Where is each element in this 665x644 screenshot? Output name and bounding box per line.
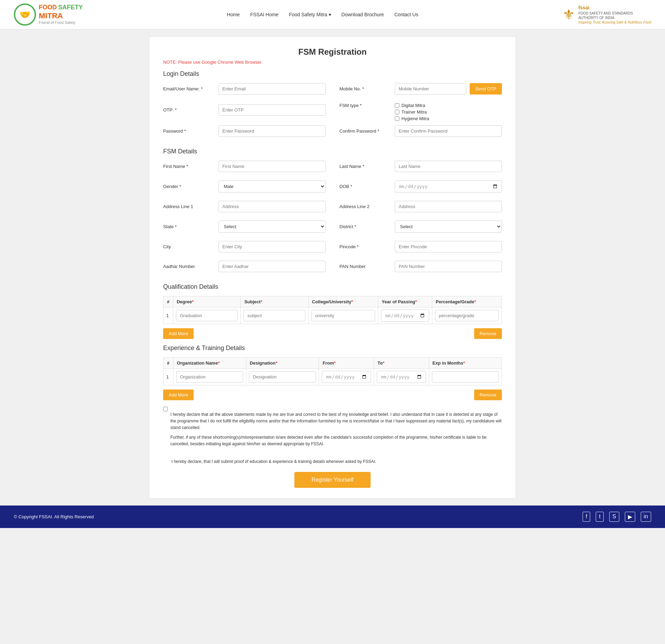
qual-degree-input[interactable] — [176, 310, 238, 321]
logo-circle: 🤝 — [14, 3, 36, 26]
mobile-input[interactable] — [395, 83, 466, 95]
email-input[interactable] — [219, 83, 326, 95]
register-button[interactable]: Register Yourself — [294, 472, 371, 488]
fssai-emblem-icon: ⚜ — [562, 7, 575, 23]
exp-col-designation: Designation* — [246, 358, 319, 369]
aadhar-label: Aadhar Number — [163, 264, 215, 269]
aadhar-input[interactable] — [219, 261, 326, 272]
social-facebook-icon[interactable]: f — [583, 512, 590, 522]
fsm-type-trainer[interactable]: Trainer Mitra — [395, 109, 502, 115]
pan-input[interactable] — [395, 261, 502, 272]
exp-org-input[interactable] — [176, 371, 243, 383]
address1-label: Address Line 1 — [163, 204, 215, 209]
otp-input[interactable] — [219, 104, 326, 116]
fsm-type-label: FSM type * — [339, 103, 391, 108]
qual-add-more-button[interactable]: Add More — [163, 328, 194, 339]
pincode-input[interactable] — [395, 241, 502, 252]
exp-remove-button[interactable]: Remove — [474, 390, 502, 400]
logo-area: 🤝 FOOD SAFETY MITRA Friend of Food Safet… — [14, 3, 83, 26]
otp-label: OTP: * — [163, 107, 215, 113]
qual-header-row: # Degree* Subject* College/University* Y… — [163, 296, 502, 307]
last-name-row: Last Name * — [339, 161, 502, 172]
address2-input[interactable] — [395, 201, 502, 212]
section-qualification: Qualification Details — [163, 283, 502, 290]
qual-year-cell — [378, 307, 432, 324]
district-select[interactable]: Select — [395, 221, 502, 233]
declaration-para3: I hereby declare, that I will submit pro… — [171, 458, 502, 465]
nav-fssai-home[interactable]: FSSAI Home — [250, 12, 278, 17]
confirm-password-input[interactable] — [395, 125, 502, 137]
fsm-digital-checkbox[interactable] — [395, 103, 399, 108]
first-name-row: First Name * — [163, 161, 326, 172]
fsm-hygiene-checkbox[interactable] — [395, 116, 399, 121]
qual-grade-input[interactable] — [435, 310, 499, 321]
nav-download-brochure[interactable]: Download Brochure — [342, 12, 384, 17]
exp-to-input[interactable] — [377, 371, 426, 383]
qual-remove-button[interactable]: Remove — [474, 328, 502, 339]
state-select[interactable]: Select — [219, 221, 326, 233]
social-twitter-icon[interactable]: t — [596, 512, 603, 522]
exp-designation-input[interactable] — [249, 371, 316, 383]
confirm-password-label: Confirm Password * — [339, 128, 391, 134]
fssai-logo: ⚜ fssai FOOD SAFETY AND STANDARDS AUTHOR… — [562, 5, 651, 24]
declaration-para2: Further, if any of these shortcoming(s)/… — [170, 434, 502, 447]
password-label: Password * — [163, 128, 215, 134]
mobile-row: Mobile No. * Send OTP — [339, 83, 502, 95]
send-otp-button[interactable]: Send OTP — [470, 83, 502, 95]
section-fsm: FSM Details — [163, 148, 502, 155]
exp-from-input[interactable] — [322, 371, 371, 383]
nav-links: Home FSSAI Home Food Safety Mitra ▾ Down… — [227, 12, 418, 17]
exp-months-input[interactable] — [432, 371, 499, 383]
logo-tagline: Friend of Food Safety — [39, 20, 83, 25]
nav-food-safety-mitra[interactable]: Food Safety Mitra ▾ — [289, 12, 331, 17]
address1-row: Address Line 1 — [163, 201, 326, 212]
exp-col-from: From* — [319, 358, 374, 369]
social-youtube-icon[interactable]: ▶ — [625, 512, 635, 522]
pan-label: PAN Number — [339, 264, 391, 269]
qual-row-1: 1 — [163, 307, 502, 324]
exp-add-more-button[interactable]: Add More — [163, 390, 194, 400]
fsm-trainer-checkbox[interactable] — [395, 110, 399, 114]
exp-col-num: # — [163, 358, 174, 369]
experience-table: # Organization Name* Designation* From* … — [163, 357, 502, 385]
fsm-type-hygiene[interactable]: Hygiene Mitra — [395, 116, 502, 121]
city-input[interactable] — [219, 241, 326, 252]
qual-year-input[interactable] — [381, 310, 429, 322]
qual-col-subject: Subject* — [241, 296, 308, 307]
footer-social: f t S ▶ in — [583, 512, 651, 522]
address1-input[interactable] — [219, 201, 326, 212]
password-input[interactable] — [219, 125, 326, 137]
fssai-name: fssai — [578, 5, 651, 11]
social-linkedin-icon[interactable]: in — [641, 512, 651, 522]
pincode-label: Pincode * — [339, 244, 391, 249]
exp-org-cell — [173, 369, 246, 385]
qual-grade-cell — [432, 307, 502, 324]
page-title: FSM Registration — [163, 47, 502, 57]
qual-subject-input[interactable] — [243, 310, 305, 321]
logo-mitra: MITRA — [39, 11, 83, 20]
password-row: Password * — [163, 125, 326, 137]
qual-university-input[interactable] — [311, 310, 375, 321]
gender-select[interactable]: Male Female Other — [219, 180, 326, 193]
state-label: State * — [163, 224, 215, 229]
qualification-table: # Degree* Subject* College/University* Y… — [163, 296, 502, 324]
qual-col-degree: Degree* — [173, 296, 241, 307]
confirm-password-row: Confirm Password * — [339, 125, 502, 137]
qual-btn-row: Add More Remove — [163, 328, 502, 339]
qual-col-year: Year of Passing* — [378, 296, 432, 307]
exp-btn-row: Add More Remove — [163, 390, 502, 400]
section-experience: Experience & Training Details — [163, 345, 502, 352]
email-row: Email/User Name: * — [163, 83, 326, 95]
first-name-input[interactable] — [219, 161, 326, 172]
footer-copyright: © Copyright FSSAI. All Rights Reserved — [14, 514, 94, 519]
last-name-input[interactable] — [395, 161, 502, 172]
qual-col-num: # — [163, 296, 173, 307]
social-skype-icon[interactable]: S — [609, 512, 619, 522]
nav-home[interactable]: Home — [227, 12, 240, 17]
nav-contact-us[interactable]: Contact Us — [394, 12, 418, 17]
fssai-text-block: fssai FOOD SAFETY AND STANDARDS AUTHORIT… — [578, 5, 651, 24]
fsm-type-digital[interactable]: Digital Mitra — [395, 103, 502, 108]
logo-safety: SAFETY — [58, 4, 83, 11]
dob-input[interactable] — [395, 180, 502, 193]
declaration-checkbox[interactable] — [163, 407, 168, 411]
